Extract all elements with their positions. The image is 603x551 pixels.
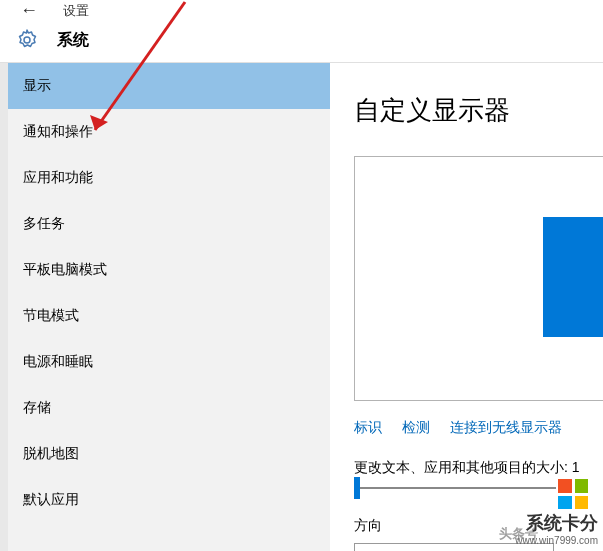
watermark: 系统卡分 www.win7999.com (515, 479, 598, 546)
sidebar-item-maps[interactable]: 脱机地图 (8, 431, 330, 477)
app-header: ← 设置 系统 (0, 0, 603, 63)
sidebar-item-apps[interactable]: 应用和功能 (8, 155, 330, 201)
detect-link[interactable]: 检测 (402, 419, 430, 437)
sidebar-item-multitask[interactable]: 多任务 (8, 201, 330, 247)
monitor-thumbnail[interactable] (543, 217, 603, 337)
sidebar-item-defaultapps[interactable]: 默认应用 (8, 477, 330, 523)
page-title: 系统 (57, 30, 89, 51)
sidebar: 显示 通知和操作 应用和功能 多任务 平板电脑模式 节电模式 电源和睡眠 存储 … (0, 63, 330, 551)
sidebar-item-storage[interactable]: 存储 (8, 385, 330, 431)
content-area: 显示 通知和操作 应用和功能 多任务 平板电脑模式 节电模式 电源和睡眠 存储 … (0, 63, 603, 551)
display-links: 标识 检测 连接到无线显示器 (354, 419, 603, 437)
slider-thumb[interactable] (354, 477, 360, 499)
watermark-url: www.win7999.com (515, 535, 598, 546)
main-title: 自定义显示器 (354, 93, 603, 128)
wireless-link[interactable]: 连接到无线显示器 (450, 419, 562, 437)
settings-breadcrumb: 设置 (63, 2, 89, 20)
sidebar-item-battery[interactable]: 节电模式 (8, 293, 330, 339)
header-top-row: ← 设置 (20, 0, 89, 21)
windows-logo-icon (558, 479, 588, 509)
back-button[interactable]: ← (20, 0, 38, 21)
display-preview[interactable] (354, 156, 603, 401)
identify-link[interactable]: 标识 (354, 419, 382, 437)
watermark-brand: 系统卡分 (526, 511, 598, 535)
sidebar-item-display[interactable]: 显示 (8, 63, 330, 109)
sidebar-item-tablet[interactable]: 平板电脑模式 (8, 247, 330, 293)
header-main-row: 系统 (15, 28, 588, 52)
gear-icon (15, 28, 39, 52)
sidebar-item-notifications[interactable]: 通知和操作 (8, 109, 330, 155)
scale-label: 更改文本、应用和其他项目的大小: 1 (354, 459, 603, 477)
sidebar-item-power[interactable]: 电源和睡眠 (8, 339, 330, 385)
svg-point-0 (24, 37, 30, 43)
main-panel: 自定义显示器 标识 检测 连接到无线显示器 更改文本、应用和其他项目的大小: 1… (330, 63, 603, 551)
